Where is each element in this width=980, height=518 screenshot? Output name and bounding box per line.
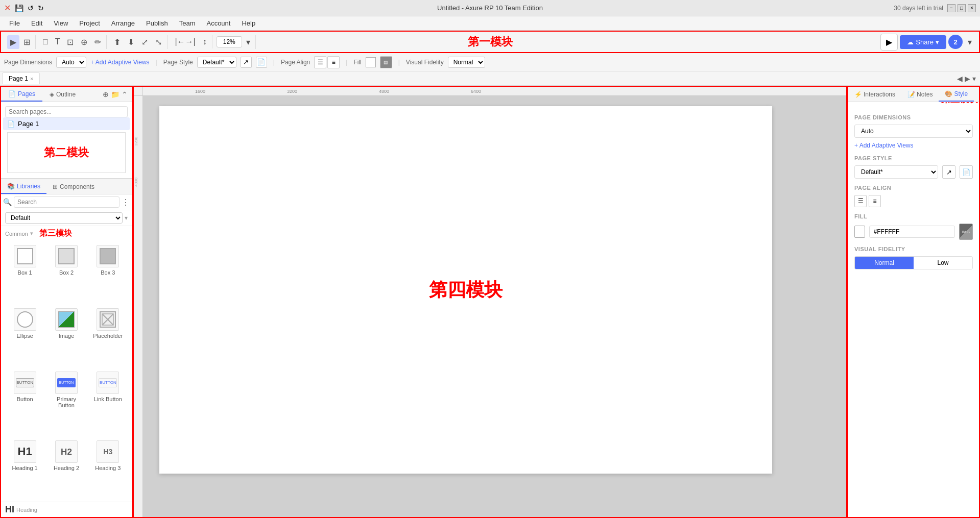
lib-item-ellipse[interactable]: Ellipse — [5, 306, 44, 367]
fill-image-button[interactable]: ▤ — [380, 56, 392, 68]
maximize-button[interactable]: □ — [958, 4, 966, 12]
lib-item-image[interactable]: Image — [46, 306, 86, 367]
component-tool-button[interactable]: ⊡ — [64, 35, 77, 49]
menu-help[interactable]: Help — [236, 17, 260, 29]
pages-tab[interactable]: 📄 Pages — [1, 87, 42, 102]
menubar: File Edit View Project Arrange Publish T… — [0, 16, 980, 31]
outline-tab[interactable]: ◈ Outline — [42, 88, 83, 101]
style-tab[interactable]: 🎨 Style — [939, 87, 974, 102]
minimize-button[interactable]: − — [947, 4, 955, 12]
menu-arrange[interactable]: Arrange — [106, 17, 140, 29]
zoom-dropdown-button[interactable]: ▾ — [243, 35, 253, 49]
notes-tab[interactable]: 📝 Notes — [901, 88, 939, 101]
canvas-body[interactable]: 3200 4000 第四模块 — [134, 96, 846, 517]
lib-menu-button[interactable]: ⋮ — [122, 198, 130, 207]
h3-label: Heading 3 — [95, 465, 121, 471]
lib-item-h1[interactable]: H1 Heading 1 — [5, 438, 44, 500]
right-align-center-button[interactable]: ≡ — [869, 195, 881, 207]
right-style-edit-button[interactable]: ↗ — [942, 165, 955, 179]
lib-item-box3[interactable]: Box 3 — [88, 243, 128, 304]
style-select[interactable]: Default* — [197, 57, 236, 68]
connect-tool-button[interactable]: ⊞ — [20, 35, 33, 49]
avatar[interactable]: 2 — [948, 35, 963, 49]
menu-view[interactable]: View — [49, 17, 73, 29]
lib-search-input[interactable] — [14, 196, 119, 208]
avatar-dropdown-button[interactable]: ▾ — [965, 35, 975, 49]
menu-edit[interactable]: Edit — [26, 17, 47, 29]
lib-library-select[interactable]: Default — [5, 212, 123, 224]
fit-button[interactable]: ⤢ — [138, 35, 151, 49]
fidelity-normal-button[interactable]: Normal — [855, 257, 914, 269]
page1-tab-close[interactable]: × — [30, 76, 33, 82]
align-bottom-button[interactable]: ⬇ — [125, 35, 137, 49]
lib-item-h2[interactable]: H2 Heading 2 — [46, 438, 86, 500]
spacing-v-button[interactable]: ↕ — [200, 35, 210, 48]
page1-item[interactable]: 📄 Page 1 — [3, 117, 130, 130]
select-tool-button[interactable]: ▶ — [7, 35, 19, 49]
right-dimensions-select[interactable]: Auto — [854, 125, 973, 138]
align-left-button[interactable]: ☰ — [314, 56, 326, 68]
share-button[interactable]: ☁ Share ▾ — [900, 35, 946, 49]
fill-color-swatch[interactable] — [366, 57, 376, 67]
tabs-row: Page 1 × ◀ ▶ ▾ — [0, 71, 980, 86]
fill-image-preview[interactable]: IMG — [959, 224, 973, 240]
components-tab[interactable]: ⊞ Components — [46, 180, 101, 193]
align-top-button[interactable]: ⬆ — [111, 35, 124, 49]
lib-item-box1[interactable]: Box 1 — [5, 243, 44, 304]
layer-tool-button[interactable]: ⊕ — [78, 35, 90, 49]
style-edit-button[interactable]: ↗ — [241, 57, 252, 68]
libraries-tab-label: Libraries — [17, 183, 40, 190]
tab-next-button[interactable]: ▶ — [965, 75, 970, 83]
menu-account[interactable]: Account — [201, 17, 235, 29]
undo-icon[interactable]: ↺ — [28, 4, 34, 12]
share-cloud-icon: ☁ — [907, 38, 914, 46]
style-page-button[interactable]: 📄 — [256, 57, 267, 68]
pen-tool-button[interactable]: ✏ — [91, 35, 104, 49]
add-views-row: + Add Adaptive Views — [854, 142, 973, 149]
menu-team[interactable]: Team — [174, 17, 201, 29]
expand-button[interactable]: ⤡ — [152, 35, 165, 49]
fidelity-buttons: Normal Low — [854, 256, 973, 269]
rectangle-tool-button[interactable]: □ — [40, 35, 51, 48]
fidelity-low-button[interactable]: Low — [914, 257, 972, 269]
right-fill-swatch[interactable] — [854, 226, 865, 238]
fidelity-select[interactable]: Normal Low — [448, 57, 485, 68]
interactions-tab[interactable]: ⚡ Interactions — [848, 88, 901, 101]
right-add-views-link[interactable]: + Add Adaptive Views — [854, 142, 914, 149]
lib-item-link-button[interactable]: BUTTON Link Button — [88, 369, 128, 437]
add-views-link[interactable]: + Add Adaptive Views — [90, 59, 150, 66]
pages-folder-button[interactable]: 📁 — [111, 90, 119, 98]
lib-item-primary-button[interactable]: BUTTON Primary Button — [46, 369, 86, 437]
close-window-button[interactable]: × — [968, 4, 976, 12]
lib-item-placeholder[interactable]: Placeholder — [88, 306, 128, 367]
box3-label: Box 3 — [101, 269, 115, 276]
lib-item-h3[interactable]: H3 Heading 3 — [88, 438, 128, 500]
right-style-page-button[interactable]: 📄 — [960, 165, 973, 179]
close-icon[interactable]: ✕ — [4, 3, 11, 13]
pages-search-input[interactable] — [5, 106, 128, 117]
zoom-input[interactable]: 12% — [217, 36, 242, 47]
text-tool-button[interactable]: T — [52, 35, 63, 48]
save-icon[interactable]: 💾 — [15, 4, 23, 12]
page1-thumbnail[interactable]: 第二模块 — [7, 132, 126, 173]
right-style-select[interactable]: Default* — [854, 165, 938, 179]
pages-collapse-button[interactable]: ⌃ — [122, 90, 128, 98]
libraries-tab[interactable]: 📚 Libraries — [1, 180, 46, 194]
lib-item-button[interactable]: BUTTON Button — [5, 369, 44, 437]
redo-icon[interactable]: ↻ — [38, 4, 44, 12]
page1-tab[interactable]: Page 1 × — [2, 72, 40, 84]
align-center-button[interactable]: ≡ — [327, 56, 340, 68]
dimensions-select[interactable]: Auto — [56, 57, 86, 68]
fill-hex-input[interactable]: #FFFFFF — [869, 226, 955, 238]
preview-button[interactable]: ▶ — [880, 34, 898, 51]
menu-file[interactable]: File — [4, 17, 25, 29]
menu-project[interactable]: Project — [74, 17, 105, 29]
lib-item-box2[interactable]: Box 2 — [46, 243, 86, 304]
menu-publish[interactable]: Publish — [141, 17, 173, 29]
tab-prev-button[interactable]: ◀ — [957, 75, 963, 83]
spacing-h-button[interactable]: |←→| — [172, 35, 198, 48]
pages-add-button[interactable]: ⊕ — [103, 90, 109, 98]
right-align-left-button[interactable]: ☰ — [854, 195, 867, 207]
tab-more-button[interactable]: ▾ — [972, 75, 976, 83]
app-title: Untitled - Axure RP 10 Team Edition — [437, 4, 543, 12]
